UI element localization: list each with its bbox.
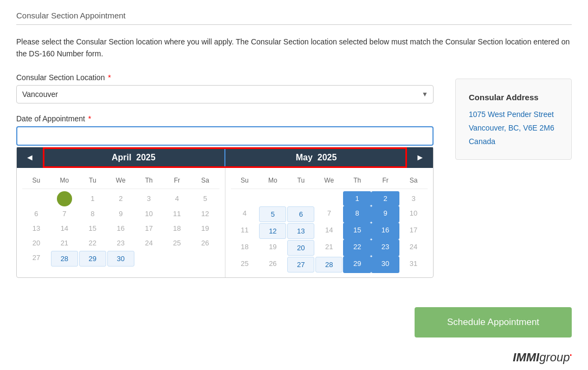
- calendar-header: ◄ April 2025 May 2025 ►: [17, 147, 433, 168]
- consular-address-line2: Vancouver, BC, V6E 2M6: [469, 121, 558, 135]
- cal-day[interactable]: [57, 191, 72, 206]
- cal-day: 24: [399, 239, 428, 256]
- cal-day: 5: [191, 191, 219, 206]
- cal-day: 14: [315, 223, 343, 239]
- cal-day: 11: [163, 206, 191, 221]
- cal-day: 25: [163, 236, 191, 250]
- date-input[interactable]: [16, 126, 434, 146]
- location-select[interactable]: Vancouver Toronto Calgary Montreal: [16, 85, 434, 103]
- calendars-body: Su Mo Tu We Th Fr Sa 1: [17, 168, 433, 277]
- may-grid: 1 2 3 4 5 6 7 8 9 10 11 12 13: [231, 191, 428, 273]
- cal-day: 18: [163, 221, 191, 236]
- cal-day: [135, 250, 163, 267]
- cal-day: 19: [259, 239, 287, 256]
- logo-dot: •: [570, 352, 572, 358]
- cal-day: 7: [315, 206, 343, 223]
- cal-day[interactable]: 12: [259, 223, 286, 239]
- cal-day: 10: [135, 206, 163, 221]
- left-month-label: April 2025: [43, 147, 224, 168]
- cal-day: 27: [22, 250, 50, 267]
- cal-day: 10: [399, 206, 428, 223]
- cal-day: 8: [79, 206, 107, 221]
- cal-day[interactable]: 29: [343, 256, 371, 273]
- consular-address-line3: Canada: [469, 135, 558, 148]
- cal-day[interactable]: 22: [343, 239, 371, 256]
- cal-day: [191, 250, 219, 267]
- cal-day[interactable]: 20: [287, 240, 314, 256]
- right-month-label: May 2025: [225, 147, 407, 168]
- cal-day: 4: [163, 191, 191, 206]
- cal-day: [315, 191, 343, 206]
- april-grid: 1 2 3 4 5 6 7 8 9 10 11 12 13: [22, 191, 219, 267]
- consular-address-line1: 1075 West Pender Street: [469, 108, 558, 121]
- cal-day: 26: [191, 236, 219, 250]
- cal-day: [163, 250, 191, 267]
- cal-day[interactable]: 29: [79, 251, 106, 267]
- cal-day: [287, 191, 315, 206]
- cal-day: 19: [191, 221, 219, 236]
- cal-day[interactable]: 13: [287, 223, 314, 239]
- cal-day: 3: [399, 191, 428, 206]
- cal-day[interactable]: 15: [343, 223, 371, 239]
- cal-day[interactable]: 28: [51, 251, 78, 267]
- date-label: Date of Appointment *: [16, 114, 434, 123]
- logo-group: group: [539, 350, 570, 364]
- cal-day: 6: [22, 206, 50, 221]
- cal-day: 15: [79, 221, 107, 236]
- cal-day[interactable]: 30: [107, 251, 134, 267]
- location-required-marker: *: [106, 73, 111, 82]
- cal-day[interactable]: 1: [343, 191, 371, 206]
- cal-day: [231, 191, 259, 206]
- form-left: Consular Section Location * Vancouver To…: [16, 73, 434, 278]
- cal-day[interactable]: 6: [287, 206, 314, 222]
- cal-day: 17: [399, 223, 428, 239]
- cal-day: 9: [107, 206, 135, 221]
- cal-day[interactable]: 8: [343, 206, 371, 223]
- april-calendar: Su Mo Tu We Th Fr Sa 1: [17, 168, 225, 277]
- cal-day: 21: [315, 239, 343, 256]
- cal-day: 23: [107, 236, 135, 250]
- cal-day: 4: [231, 206, 259, 223]
- cal-day: 7: [50, 206, 79, 221]
- calendar-months: April 2025 May 2025: [43, 147, 407, 168]
- cal-day[interactable]: 5: [259, 206, 286, 222]
- calendar-prev-button[interactable]: ◄: [17, 147, 43, 168]
- cal-day: 24: [135, 236, 163, 250]
- cal-day: 14: [50, 221, 79, 236]
- cal-day[interactable]: 9: [371, 206, 399, 223]
- cal-day: 3: [135, 191, 163, 206]
- cal-day[interactable]: 16: [371, 223, 399, 239]
- cal-day: 25: [231, 256, 259, 273]
- cal-day: 13: [22, 221, 50, 236]
- cal-day: 26: [259, 256, 287, 273]
- form-right: Consular Address 1075 West Pender Street…: [455, 73, 572, 278]
- cal-day: 18: [231, 239, 259, 256]
- may-day-headers: Su Mo Tu We Th Fr Sa: [231, 172, 428, 189]
- date-required-marker: *: [86, 114, 91, 123]
- logo-immi: IMMI: [513, 350, 539, 364]
- calendar-next-button[interactable]: ►: [407, 147, 433, 168]
- cal-day[interactable]: 23: [371, 239, 399, 256]
- location-select-wrapper: Vancouver Toronto Calgary Montreal ▼: [16, 85, 434, 103]
- cal-day: [22, 191, 50, 206]
- cal-day[interactable]: 28: [315, 257, 343, 272]
- form-section: Consular Section Location * Vancouver To…: [16, 73, 572, 278]
- cal-day: 11: [231, 223, 259, 239]
- description-text: Please select the Consular Section locat…: [16, 36, 572, 60]
- page-wrapper: Consular Section Appointment Please sele…: [0, 0, 588, 370]
- cal-day[interactable]: 30: [371, 256, 399, 273]
- cal-day: 17: [135, 221, 163, 236]
- cal-day: 21: [50, 236, 79, 250]
- april-day-headers: Su Mo Tu We Th Fr Sa: [22, 172, 219, 189]
- cal-day: 1: [79, 191, 107, 206]
- may-calendar: Su Mo Tu We Th Fr Sa: [225, 168, 434, 277]
- consular-address-title: Consular Address: [469, 90, 558, 105]
- immigroup-logo: IMMIgroup•: [513, 350, 572, 365]
- cal-day[interactable]: 2: [371, 191, 399, 206]
- cal-day[interactable]: 27: [287, 257, 314, 272]
- cal-day: 12: [191, 206, 219, 221]
- calendar-container: ◄ April 2025 May 2025 ►: [16, 147, 434, 278]
- schedule-appointment-button[interactable]: Schedule Appointment: [415, 307, 572, 337]
- cal-day: 20: [22, 236, 50, 250]
- location-label: Consular Section Location *: [16, 73, 434, 82]
